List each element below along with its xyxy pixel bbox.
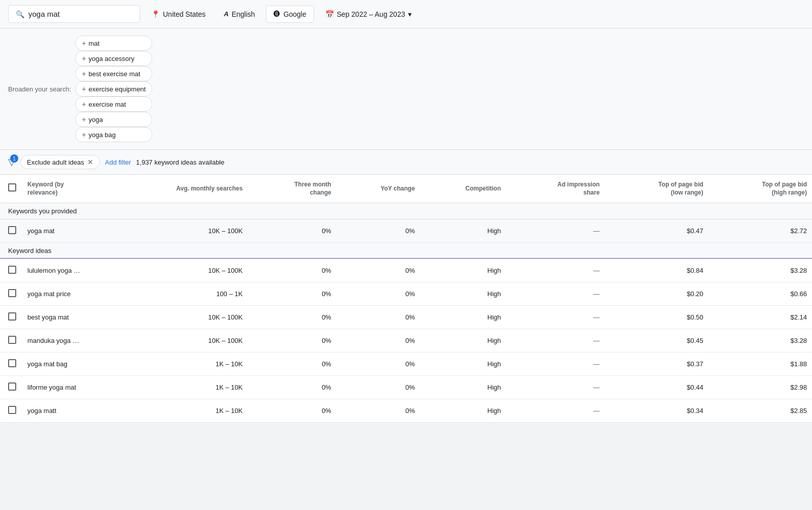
row-bid-low: $0.45 — [605, 329, 708, 353]
col-three-month[interactable]: Three monthchange — [248, 175, 336, 203]
row-checkbox[interactable] — [0, 306, 22, 329]
keyword-table: Keyword (byrelevance) Avg. monthly searc… — [0, 175, 812, 423]
row-checkbox[interactable] — [0, 376, 22, 399]
row-competition: High — [420, 353, 506, 376]
broaden-chip[interactable]: +best exercise mat — [75, 66, 152, 81]
col-ad-impression[interactable]: Ad impressionshare — [506, 175, 605, 203]
col-competition[interactable]: Competition — [420, 175, 506, 203]
row-checkbox[interactable] — [0, 282, 22, 306]
exclude-chip[interactable]: Exclude adult ideas ✕ — [20, 155, 100, 169]
row-competition: High — [420, 376, 506, 399]
row-yoy: 0% — [336, 282, 420, 306]
row-keyword: best yoga mat — [22, 306, 104, 329]
language-icon: A — [224, 10, 228, 18]
calendar-icon: 📅 — [325, 10, 334, 18]
row-keyword: yoga mat bag — [22, 353, 104, 376]
checkbox[interactable] — [8, 226, 16, 234]
header-checkbox[interactable] — [8, 183, 16, 192]
row-avg-searches: 10K – 100K — [104, 219, 248, 243]
broaden-chip[interactable]: +exercise equipment — [75, 81, 152, 97]
col-checkbox[interactable] — [0, 175, 22, 203]
row-checkbox[interactable] — [0, 399, 22, 423]
table-row: liforme yoga mat 1K – 10K 0% 0% High — $… — [0, 376, 812, 399]
network-chip[interactable]: 🅖 Google — [266, 6, 314, 23]
row-bid-low: $0.44 — [605, 376, 708, 399]
broaden-bar: Broaden your search: +mat+yoga accessory… — [0, 28, 812, 150]
search-input[interactable] — [28, 10, 130, 18]
chevron-down-icon: ▾ — [408, 10, 412, 18]
table-container: Keyword (byrelevance) Avg. monthly searc… — [0, 175, 812, 423]
row-avg-searches: 1K – 10K — [104, 376, 248, 399]
row-checkbox[interactable] — [0, 353, 22, 376]
google-icon: 🅖 — [274, 10, 280, 18]
search-box[interactable]: 🔍 — [8, 5, 140, 23]
search-icon: 🔍 — [16, 10, 24, 18]
plus-icon: + — [82, 131, 86, 139]
broaden-chip-label: yoga bag — [88, 131, 116, 139]
date-chip[interactable]: 📅 Sep 2022 – Aug 2023 ▾ — [318, 6, 419, 22]
row-three-month: 0% — [248, 259, 336, 282]
section-ideas: Keyword ideas — [0, 243, 812, 259]
row-bid-high: $2.72 — [708, 219, 812, 243]
row-yoy: 0% — [336, 399, 420, 423]
broaden-chip-label: yoga accessory — [88, 55, 134, 62]
checkbox[interactable] — [8, 359, 16, 367]
row-avg-searches: 100 – 1K — [104, 282, 248, 306]
table-row: yoga mat bag 1K – 10K 0% 0% High — $0.37… — [0, 353, 812, 376]
checkbox[interactable] — [8, 312, 16, 321]
filter-button-wrap[interactable]: ▽ 1 — [8, 156, 15, 168]
plus-icon: + — [82, 54, 86, 62]
filter-bar: ▽ 1 Exclude adult ideas ✕ Add filter 1,9… — [0, 150, 812, 175]
row-bid-high: $2.14 — [708, 306, 812, 329]
broaden-chip[interactable]: +yoga accessory — [75, 51, 152, 66]
checkbox[interactable] — [8, 266, 16, 274]
col-bid-high[interactable]: Top of page bid(high range) — [708, 175, 812, 203]
broaden-chip-label: mat — [88, 40, 99, 47]
row-keyword: yoga mat — [22, 219, 104, 243]
broaden-chip[interactable]: +yoga bag — [75, 127, 152, 142]
row-yoy: 0% — [336, 376, 420, 399]
row-three-month: 0% — [248, 282, 336, 306]
col-avg-searches[interactable]: Avg. monthly searches — [104, 175, 248, 203]
row-ad-impression: — — [506, 329, 605, 353]
row-checkbox[interactable] — [0, 259, 22, 282]
row-three-month: 0% — [248, 399, 336, 423]
row-avg-searches: 10K – 100K — [104, 306, 248, 329]
row-three-month: 0% — [248, 219, 336, 243]
col-yoy[interactable]: YoY change — [336, 175, 420, 203]
plus-icon: + — [82, 39, 86, 47]
plus-icon: + — [82, 115, 86, 123]
checkbox[interactable] — [8, 289, 16, 297]
location-label: United States — [163, 10, 206, 18]
row-checkbox[interactable] — [0, 329, 22, 353]
row-checkbox[interactable] — [0, 219, 22, 243]
table-row: yoga mat 10K – 100K 0% 0% High — $0.47 $… — [0, 219, 812, 243]
row-competition: High — [420, 219, 506, 243]
language-chip[interactable]: A English — [217, 6, 262, 22]
broaden-chip[interactable]: +exercise mat — [75, 97, 152, 112]
network-label: Google — [283, 10, 306, 18]
broaden-chips: +mat+yoga accessory+best exercise mat+ex… — [75, 36, 152, 142]
checkbox[interactable] — [8, 336, 16, 344]
broaden-label: Broaden your search: — [8, 85, 71, 93]
row-avg-searches: 10K – 100K — [104, 329, 248, 353]
close-icon[interactable]: ✕ — [87, 158, 93, 166]
col-bid-low[interactable]: Top of page bid(low range) — [605, 175, 708, 203]
table-header: Keyword (byrelevance) Avg. monthly searc… — [0, 175, 812, 203]
broaden-chip[interactable]: +yoga — [75, 112, 152, 127]
broaden-chip-label: yoga — [88, 116, 103, 123]
broaden-chip[interactable]: +mat — [75, 36, 152, 51]
location-chip[interactable]: 📍 United States — [144, 6, 213, 22]
row-yoy: 0% — [336, 219, 420, 243]
section-provided: Keywords you provided — [0, 203, 812, 219]
table-row: yoga matt 1K – 10K 0% 0% High — $0.34 $2… — [0, 399, 812, 423]
col-keyword[interactable]: Keyword (byrelevance) — [22, 175, 104, 203]
row-ad-impression: — — [506, 219, 605, 243]
checkbox[interactable] — [8, 406, 16, 414]
checkbox[interactable] — [8, 382, 16, 391]
row-keyword: liforme yoga mat — [22, 376, 104, 399]
add-filter-button[interactable]: Add filter — [105, 158, 131, 166]
row-competition: High — [420, 259, 506, 282]
exclude-label: Exclude adult ideas — [27, 158, 84, 166]
row-competition: High — [420, 329, 506, 353]
